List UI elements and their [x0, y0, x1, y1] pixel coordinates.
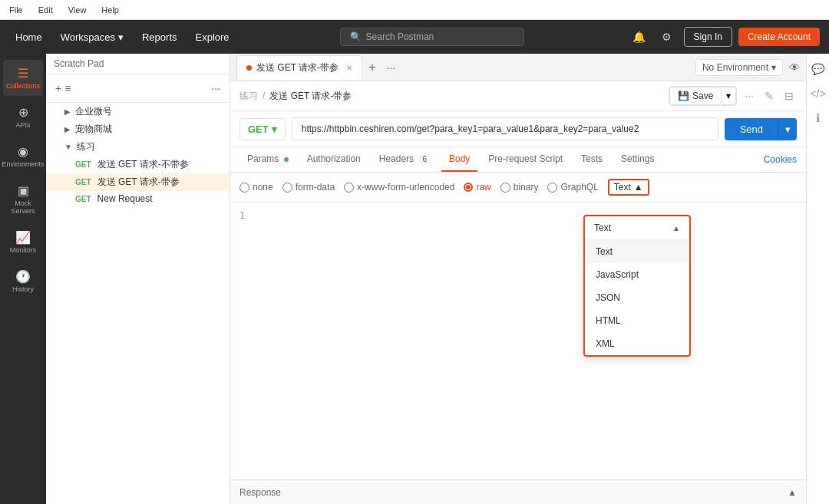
collections-icon: ☰ — [18, 66, 28, 81]
dropdown-item-xml[interactable]: XML — [585, 332, 689, 355]
tree-req3[interactable]: GET New Request — [46, 191, 230, 206]
main-nav: Home Workspaces ▾ Reports Explore 🔍 Sear… — [0, 20, 829, 54]
history-icon: 🕐 — [15, 269, 31, 284]
tab-more-button[interactable]: ··· — [381, 60, 400, 75]
edit-icon[interactable]: ✎ — [761, 87, 777, 105]
method-select[interactable]: GET ▾ — [239, 118, 286, 140]
tree-folder-lianxi[interactable]: ▼ 练习 — [46, 138, 230, 156]
nav-reports[interactable]: Reports — [136, 27, 183, 48]
dropdown-header[interactable]: Text ▲ — [585, 216, 689, 240]
menu-help[interactable]: Help — [98, 4, 122, 16]
body-editor[interactable]: 1 — [230, 203, 806, 479]
sidebar-item-mock-servers[interactable]: ▣ Mock Servers — [3, 177, 43, 221]
method-label: GET — [248, 124, 269, 135]
sidebar-item-history[interactable]: 🕐 History — [3, 263, 43, 299]
breadcrumb-separator: / — [263, 91, 265, 101]
monitors-icon: 📈 — [15, 230, 31, 245]
tab-prerequest[interactable]: Pre-request Script — [481, 147, 570, 172]
search-icon: 🔍 — [350, 31, 362, 42]
cookies-link[interactable]: Cookies — [764, 154, 797, 165]
nav-explore[interactable]: Explore — [190, 27, 236, 48]
app-body: ☰ Collections ⊕ APIs ◉ Environments ▣ Mo… — [0, 54, 829, 504]
send-dropdown-button[interactable]: ▾ — [778, 118, 797, 140]
body-option-none[interactable]: none — [239, 182, 273, 193]
menu-file[interactable]: File — [6, 4, 26, 16]
tab-settings[interactable]: Settings — [613, 147, 662, 172]
more-collections-button[interactable]: ··· — [210, 81, 222, 96]
panel-header: + ≡ ··· — [46, 74, 230, 103]
sidebar-item-monitors[interactable]: 📈 Monitors — [3, 224, 43, 260]
method-badge-get: GET — [75, 195, 91, 203]
tree-req2[interactable]: GET 发送 GET 请求-带参 — [46, 173, 230, 191]
search-box[interactable]: 🔍 Search Postman — [340, 28, 524, 46]
breadcrumb: 练习 — [239, 90, 258, 103]
info-icon[interactable]: ℹ — [813, 109, 823, 127]
save-button[interactable]: 💾 Save — [669, 87, 722, 105]
chevron-down-icon: ▼ — [64, 143, 72, 151]
eye-icon[interactable]: 👁 — [789, 61, 800, 74]
send-button[interactable]: Send — [725, 118, 778, 140]
dropdown-item-javascript[interactable]: JavaScript — [585, 263, 689, 286]
more-options-button[interactable]: ··· — [741, 87, 757, 105]
collections-panel: Scratch Pad + ≡ ··· ▶ 企业微号 ▶ 宠物商城 ▼ 练习 G… — [46, 54, 230, 504]
menu-bar: File Edit View Help — [0, 0, 829, 20]
create-account-button[interactable]: Create Account — [738, 28, 820, 46]
tab-body[interactable]: Body — [441, 147, 477, 172]
tree-folder-qiye[interactable]: ▶ 企业微号 — [46, 103, 230, 120]
dropdown-item-json[interactable]: JSON — [585, 286, 689, 309]
nav-workspaces[interactable]: Workspaces ▾ — [54, 27, 130, 48]
sidebar-item-environments[interactable]: ◉ Environments — [3, 138, 43, 174]
headers-badge: 6 — [418, 154, 431, 164]
sidebar-item-collections[interactable]: ☰ Collections — [3, 60, 43, 96]
tab-right: No Environment ▾ 👁 — [695, 59, 800, 76]
body-option-raw[interactable]: raw — [464, 182, 490, 193]
tab-tests[interactable]: Tests — [573, 147, 610, 172]
notification-icon[interactable]: 🔔 — [629, 26, 650, 48]
response-collapse-button[interactable]: ▲ — [788, 487, 797, 498]
tab-close-button[interactable]: ✕ — [346, 64, 352, 72]
menu-edit[interactable]: Edit — [35, 4, 56, 16]
body-option-graphql[interactable]: GraphQL — [547, 182, 598, 193]
body-option-binary[interactable]: binary — [500, 182, 539, 193]
nav-right: 🔔 ⚙ Sign In Create Account — [629, 26, 820, 48]
tab-request[interactable]: 发送 GET 请求-带参 ✕ — [236, 55, 362, 80]
nav-home[interactable]: Home — [9, 27, 48, 48]
split-view-icon[interactable]: ⊟ — [781, 87, 797, 105]
save-dropdown-button[interactable]: ▾ — [722, 87, 736, 105]
method-badge-get: GET — [75, 178, 91, 186]
tab-authorization[interactable]: Authorization — [299, 147, 368, 172]
main-content: 发送 GET 请求-带参 ✕ + ··· No Environment ▾ 👁 … — [230, 54, 806, 504]
save-btn-group: 💾 Save ▾ — [669, 86, 737, 106]
save-icon: 💾 — [678, 91, 689, 101]
tab-params[interactable]: Params — [239, 147, 296, 172]
environment-select[interactable]: No Environment ▾ — [695, 59, 783, 76]
menu-view[interactable]: View — [65, 4, 90, 16]
nav-search: 🔍 Search Postman — [242, 28, 623, 46]
add-collection-button[interactable]: + — [54, 81, 63, 96]
response-label: Response — [239, 487, 281, 498]
sign-in-button[interactable]: Sign In — [684, 27, 732, 47]
sidebar-item-apis[interactable]: ⊕ APIs — [3, 99, 43, 135]
request-path: 练习 / 发送 GET 请求-带参 💾 Save ▾ ··· ✎ ⊟ — [230, 81, 806, 111]
tab-add-button[interactable]: + — [364, 59, 380, 76]
body-option-form-data[interactable]: form-data — [282, 182, 335, 193]
tab-headers[interactable]: Headers 6 — [372, 147, 438, 172]
raw-type-dropdown[interactable]: Text ▲ — [608, 179, 649, 196]
raw-type-dropdown-menu: Text ▲ Text JavaScript JSON HTML XML — [583, 215, 691, 357]
comments-icon[interactable]: 💬 — [808, 60, 827, 78]
url-bar: GET ▾ Send ▾ — [230, 111, 806, 147]
tree-req1[interactable]: GET 发送 GET 请求-不带参 — [46, 156, 230, 173]
tab-label: 发送 GET 请求-带参 — [256, 61, 339, 74]
body-option-urlencoded[interactable]: x-www-form-urlencoded — [344, 182, 454, 193]
settings-icon[interactable]: ⚙ — [656, 26, 678, 48]
send-btn-group: Send ▾ — [725, 118, 797, 140]
chevron-right-icon: ▶ — [64, 107, 71, 116]
line-number: 1 — [239, 210, 245, 221]
dropdown-item-html[interactable]: HTML — [585, 309, 689, 332]
tree-folder-chongwu[interactable]: ▶ 宠物商城 — [46, 120, 230, 138]
url-input[interactable] — [292, 117, 718, 140]
code-icon[interactable]: </> — [807, 84, 828, 103]
dropdown-item-text[interactable]: Text — [585, 240, 689, 263]
sort-collections-button[interactable]: ≡ — [63, 81, 72, 96]
body-options: none form-data x-www-form-urlencoded raw… — [230, 173, 806, 203]
